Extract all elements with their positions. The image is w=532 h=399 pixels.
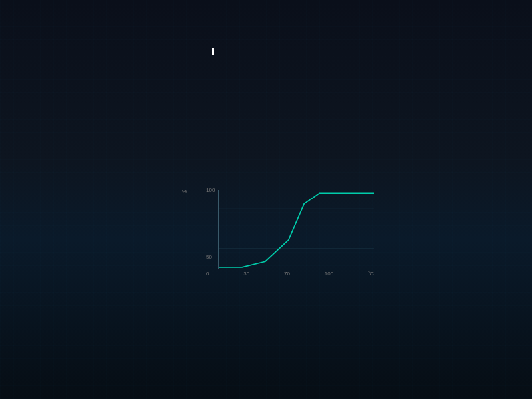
chart-y-label: % xyxy=(182,188,187,194)
temp-unit: °C xyxy=(368,271,374,277)
y-50: 50 xyxy=(206,254,218,260)
chart-with-axis: 100 50 xyxy=(206,187,374,269)
temp-marker xyxy=(212,48,214,55)
y-axis: 100 50 xyxy=(206,187,218,260)
x-70: 70 xyxy=(284,271,290,277)
chart-area: % 100 50 xyxy=(194,187,374,277)
x-30: 30 xyxy=(243,271,249,277)
x-0: 0 xyxy=(206,271,209,277)
x-100: 100 xyxy=(325,271,333,277)
main-container: ASUS UEFI BIOS Utility – EZ Mode 03/05/2… xyxy=(0,0,532,399)
chart-container xyxy=(218,190,374,269)
chart-x-labels: 0 30 70 100 °C xyxy=(206,271,374,277)
chart-svg xyxy=(219,190,374,269)
y-100: 100 xyxy=(206,187,218,193)
